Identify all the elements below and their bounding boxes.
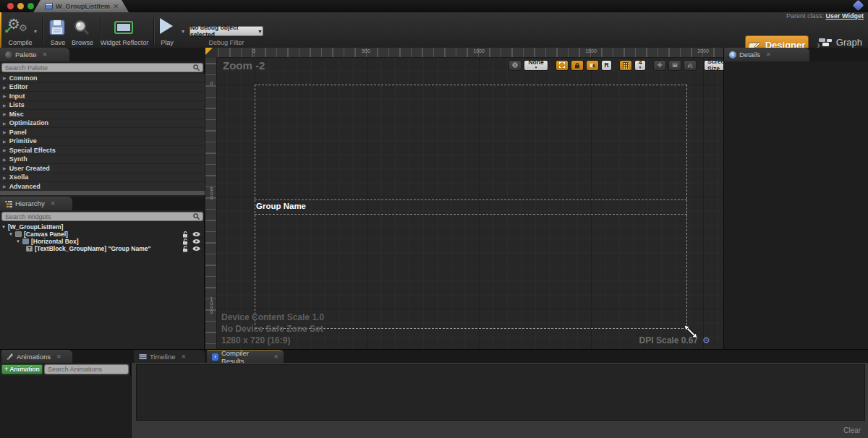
debug-object-select[interactable]: No debug object selected ▼ xyxy=(190,26,263,36)
close-tab-icon[interactable]: ✕ xyxy=(113,3,119,10)
expander-icon[interactable]: ▶ xyxy=(3,129,7,134)
palette-category-editor[interactable]: ▶Editor xyxy=(0,83,205,93)
compile-options-dropdown[interactable]: ▾ xyxy=(34,28,37,35)
lock-icon[interactable] xyxy=(182,231,188,238)
palette-category-synth[interactable]: ▶Synth xyxy=(0,155,205,165)
graph-mode-button[interactable]: Graph xyxy=(818,37,862,48)
hierarchy-icon xyxy=(5,200,12,207)
preview-background-button[interactable] xyxy=(668,60,681,71)
hierarchy-search-input[interactable] xyxy=(2,213,193,220)
palette-category-panel[interactable]: ▶Panel xyxy=(0,128,205,137)
lock-widgets-button[interactable] xyxy=(571,60,584,71)
dpi-settings-gear-icon[interactable]: ⚙ xyxy=(702,335,710,345)
asset-tab[interactable]: W_GroupListItem ✕ xyxy=(33,0,129,12)
close-window-button[interactable] xyxy=(7,3,14,9)
palette-search[interactable] xyxy=(1,63,203,72)
close-tab-icon[interactable]: ✕ xyxy=(766,51,771,58)
expander-icon[interactable]: ▶ xyxy=(3,147,7,153)
animations-icon xyxy=(7,353,14,360)
expander-icon[interactable]: ▶ xyxy=(3,157,7,162)
close-tab-icon[interactable]: ✕ xyxy=(273,353,278,360)
expander-icon[interactable]: ▶ xyxy=(3,75,7,80)
expander-icon[interactable]: ▶ xyxy=(3,166,7,171)
lock-icon[interactable] xyxy=(182,246,188,252)
compiler-results-log[interactable] xyxy=(136,364,865,421)
hierarchy-search[interactable] xyxy=(1,212,203,221)
tab-timeline[interactable]: Timeline ✕ xyxy=(134,350,205,363)
palette-category-primitive[interactable]: ▶Primitive xyxy=(0,137,205,147)
palette-category-lists[interactable]: ▶Lists xyxy=(0,101,205,111)
visibility-eye-icon[interactable] xyxy=(192,246,200,252)
expander-icon[interactable]: ▶ xyxy=(3,103,7,108)
play-options-dropdown[interactable]: ▾ xyxy=(182,28,184,35)
palette-category-input[interactable]: ▶Input xyxy=(0,92,205,101)
toolbar-separator xyxy=(42,18,43,44)
tab-hierarchy[interactable]: Hierarchy ✕ xyxy=(0,197,72,210)
palette-search-input[interactable] xyxy=(2,64,193,72)
parent-class-link[interactable]: User Widget xyxy=(826,12,864,20)
expander-icon[interactable]: ▶ xyxy=(3,184,7,189)
expander-icon[interactable]: ▶ xyxy=(3,85,7,90)
expander-icon[interactable]: ▶ xyxy=(3,139,7,144)
clear-log-button[interactable]: Clear xyxy=(843,426,861,434)
flip-preview-button[interactable] xyxy=(684,60,697,71)
expander-icon[interactable]: ▶ xyxy=(3,93,7,98)
tab-palette[interactable]: Palette ✕ xyxy=(0,48,69,61)
respect-locks-button[interactable]: R xyxy=(601,60,612,71)
tree-row-canvas-panel[interactable]: ▼ [Canvas Panel] xyxy=(1,231,203,238)
horizontal-box-outline[interactable] xyxy=(255,199,687,215)
maximize-window-button[interactable] xyxy=(27,3,34,9)
palette-category-misc[interactable]: ▶Misc xyxy=(0,110,205,119)
search-icon xyxy=(193,213,200,220)
expander-icon[interactable]: ▶ xyxy=(3,121,7,126)
add-animation-button[interactable]: + Animation xyxy=(1,364,43,374)
compile-button[interactable]: ⚙ ⚙ ✔ xyxy=(6,18,35,38)
browse-button[interactable] xyxy=(73,19,90,39)
transform-mode-button[interactable]: ✛ xyxy=(653,60,666,71)
palette-category-common[interactable]: ▶Common xyxy=(0,74,205,83)
tab-details[interactable]: i Details ✕ xyxy=(724,48,809,61)
tree-row-textblock[interactable]: T [TextBlock_GroupName] "Group Name" xyxy=(1,245,203,252)
save-button[interactable] xyxy=(48,19,66,39)
resolution-label: 1280 x 720 (16:9) xyxy=(221,335,290,345)
palette-category-xsolla[interactable]: ▶Xsolla xyxy=(0,173,205,183)
expander-icon[interactable]: ▶ xyxy=(3,111,7,116)
palette-category-user-created[interactable]: ▶User Created xyxy=(0,164,205,173)
expander-icon[interactable]: ▼ xyxy=(1,225,6,229)
close-tab-icon[interactable]: ✕ xyxy=(51,200,56,207)
expander-icon[interactable]: ▼ xyxy=(9,232,13,236)
animations-search[interactable] xyxy=(44,364,129,374)
play-button[interactable] xyxy=(160,18,173,34)
tab-compiler-results[interactable]: › Compiler Results ✕ xyxy=(207,350,284,363)
close-tab-icon[interactable]: ✕ xyxy=(43,51,48,58)
close-tab-icon[interactable]: ✕ xyxy=(182,353,187,360)
expander-icon[interactable]: ▼ xyxy=(16,239,20,244)
tree-row-root[interactable]: ▼ [W_GroupListItem] xyxy=(1,223,203,231)
grid-size-select[interactable]: 4 ▼ xyxy=(634,60,646,71)
zoom-level-label: Zoom -2 xyxy=(223,59,265,72)
tab-animations[interactable]: Animations ✕ xyxy=(1,350,72,363)
lock-icon[interactable] xyxy=(182,239,188,245)
close-tab-icon[interactable]: ✕ xyxy=(56,353,61,360)
widget-reflector-button[interactable] xyxy=(113,20,135,38)
tree-row-horizontal-box[interactable]: ▼ [Horizontal Box] xyxy=(1,238,203,245)
animations-search-input[interactable] xyxy=(45,366,135,373)
group-name-textblock[interactable]: Group Name xyxy=(256,202,306,210)
flow-direction-select[interactable]: None ▼ xyxy=(524,60,548,71)
parent-class-info: Parent class: User Widget xyxy=(786,12,864,20)
horizontal-box-icon xyxy=(22,239,29,244)
grid-snapping-button[interactable] xyxy=(619,60,632,71)
localization-preview-button[interactable] xyxy=(509,60,522,71)
ruler-tick-label: 2000 xyxy=(697,48,709,53)
visibility-eye-icon[interactable] xyxy=(192,239,200,244)
device-content-scale-label: Device Content Scale 1.0 xyxy=(221,312,324,322)
visibility-eye-icon[interactable] xyxy=(192,231,200,237)
toggle-outlines-button[interactable] xyxy=(556,60,569,71)
expander-icon[interactable]: ▶ xyxy=(3,175,7,180)
minimize-window-button[interactable] xyxy=(17,3,24,9)
palette-category-optimization[interactable]: ▶Optimization xyxy=(0,119,205,129)
snap-to-pixel-button[interactable] xyxy=(586,60,599,71)
panel-splitter[interactable] xyxy=(0,190,205,195)
palette-category-special-effects[interactable]: ▶Special Effects xyxy=(0,146,205,155)
add-animation-label: Animation xyxy=(9,366,40,373)
